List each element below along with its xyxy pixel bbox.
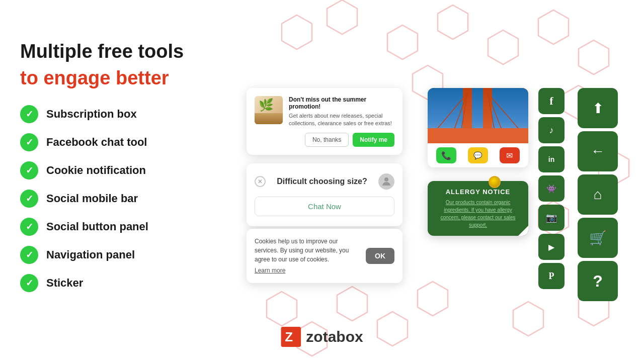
feature-label-facebook: Facebook chat tool bbox=[46, 136, 147, 149]
chat-header: ✕ Difficult choosing size? bbox=[255, 173, 394, 190]
subscription-desc: Get alerts about new releases, special c… bbox=[289, 112, 394, 128]
subscription-box: Don't miss out the summer promotion! Get… bbox=[247, 88, 403, 155]
feature-label-cookie: Cookie notification bbox=[46, 164, 146, 177]
svg-marker-4 bbox=[488, 30, 518, 64]
svg-rect-31 bbox=[428, 128, 528, 143]
zotabox-logo: Z zotabox bbox=[281, 327, 363, 347]
feature-item-cookie: Cookie notification bbox=[20, 161, 231, 179]
headline-line1: Multiple free tools bbox=[20, 40, 231, 63]
social-card-image bbox=[428, 88, 528, 143]
navigation-panel: ⬆ ← ⌂ 🛒 ? bbox=[578, 88, 618, 301]
feature-item-social-mobile: Social mobile bar bbox=[20, 190, 231, 208]
phone-action-button[interactable]: 📞 bbox=[436, 147, 456, 163]
svg-marker-14 bbox=[337, 287, 367, 321]
feature-label-social-mobile: Social mobile bar bbox=[46, 192, 138, 205]
chat-now-button[interactable]: Chat Now bbox=[255, 197, 394, 216]
svg-marker-17 bbox=[513, 302, 543, 336]
chat-box: ✕ Difficult choosing size? Chat Now bbox=[247, 163, 403, 226]
feature-item-navigation: Navigation panel bbox=[20, 246, 231, 264]
check-icon-cookie bbox=[20, 161, 38, 179]
check-icon-subscription bbox=[20, 105, 38, 123]
reddit-social-button[interactable]: 👾 bbox=[538, 175, 565, 202]
svg-marker-5 bbox=[538, 10, 569, 44]
chat-close-button[interactable]: ✕ bbox=[255, 176, 266, 187]
zotabox-icon: Z bbox=[281, 327, 301, 347]
chat-avatar bbox=[378, 173, 394, 190]
cookie-text: Cookies help us to improve our services.… bbox=[255, 237, 360, 275]
help-nav-button[interactable]: ? bbox=[578, 261, 618, 301]
feature-item-subscription: Subscription box bbox=[20, 105, 231, 123]
subscription-image bbox=[255, 96, 283, 124]
social-button-panel: f ♪ in 👾 📷 ▶ P bbox=[538, 88, 565, 289]
svg-marker-1 bbox=[327, 0, 357, 34]
mail-action-button[interactable]: ✉ bbox=[500, 147, 520, 163]
svg-marker-3 bbox=[438, 5, 468, 39]
svg-marker-16 bbox=[418, 282, 448, 316]
allergy-title: ALLERGY NOTICE bbox=[435, 188, 521, 196]
home-nav-button[interactable]: ⌂ bbox=[578, 174, 618, 215]
feature-item-sticker: Sticker bbox=[20, 274, 231, 292]
subscription-title: Don't miss out the summer promotion! bbox=[289, 96, 394, 110]
feature-label-navigation: Navigation panel bbox=[46, 248, 135, 261]
cookie-ok-button[interactable]: OK bbox=[366, 248, 394, 264]
svg-text:Z: Z bbox=[285, 329, 293, 344]
cookie-box: Cookies help us to improve our services.… bbox=[247, 229, 403, 283]
scroll-top-nav-button[interactable]: ⬆ bbox=[578, 88, 618, 128]
pinterest-social-button[interactable]: P bbox=[538, 263, 565, 289]
allergy-coin-decoration bbox=[489, 176, 501, 188]
left-panel: Multiple free tools to engage better Sub… bbox=[20, 40, 231, 302]
check-icon-social-panel bbox=[20, 218, 38, 236]
chat-action-button[interactable]: 💬 bbox=[468, 147, 488, 163]
svg-marker-2 bbox=[387, 25, 418, 59]
headline-line2: to engage better bbox=[20, 67, 231, 89]
svg-marker-12 bbox=[267, 292, 297, 326]
social-card: 📞 💬 ✉ bbox=[428, 88, 528, 167]
svg-marker-6 bbox=[579, 40, 609, 74]
back-nav-button[interactable]: ← bbox=[578, 131, 618, 171]
zotabox-text: zotabox bbox=[306, 328, 363, 345]
allergy-card: ALLERGY NOTICE Our products contain orga… bbox=[428, 181, 528, 236]
feature-label-social-panel: Social button panel bbox=[46, 220, 148, 233]
learn-more-link[interactable]: Learn more bbox=[255, 266, 360, 275]
feature-label-sticker: Sticker bbox=[46, 277, 83, 290]
tiktok-social-button[interactable]: ♪ bbox=[538, 117, 565, 143]
notify-me-button[interactable]: Notify me bbox=[353, 133, 394, 147]
allergy-text: Our products contain organic ingredients… bbox=[435, 199, 521, 229]
cart-nav-button[interactable]: 🛒 bbox=[578, 218, 618, 258]
cookie-description: Cookies help us to improve our services.… bbox=[255, 238, 349, 263]
no-thanks-button[interactable]: No, thanks bbox=[305, 133, 349, 147]
feature-item-facebook: Facebook chat tool bbox=[20, 133, 231, 151]
feature-list: Subscription box Facebook chat tool Cook… bbox=[20, 105, 231, 292]
svg-marker-0 bbox=[282, 15, 312, 49]
check-icon-navigation bbox=[20, 246, 38, 264]
check-icon-sticker bbox=[20, 274, 38, 292]
youtube-social-button[interactable]: ▶ bbox=[538, 234, 565, 260]
subscription-buttons: No, thanks Notify me bbox=[255, 133, 394, 147]
social-card-actions: 📞 💬 ✉ bbox=[428, 143, 528, 167]
facebook-social-button[interactable]: f bbox=[538, 88, 565, 114]
linkedin-social-button[interactable]: in bbox=[538, 146, 565, 172]
subscription-text: Don't miss out the summer promotion! Get… bbox=[289, 96, 394, 128]
svg-marker-15 bbox=[377, 312, 408, 346]
check-icon-facebook bbox=[20, 133, 38, 151]
svg-point-21 bbox=[384, 177, 388, 182]
feature-item-social-panel: Social button panel bbox=[20, 218, 231, 236]
subscription-box-top: Don't miss out the summer promotion! Get… bbox=[255, 96, 394, 128]
feature-label-subscription: Subscription box bbox=[46, 108, 137, 121]
chat-title: Difficult choosing size? bbox=[266, 177, 378, 186]
check-icon-social-mobile bbox=[20, 190, 38, 208]
instagram-social-button[interactable]: 📷 bbox=[538, 205, 565, 231]
